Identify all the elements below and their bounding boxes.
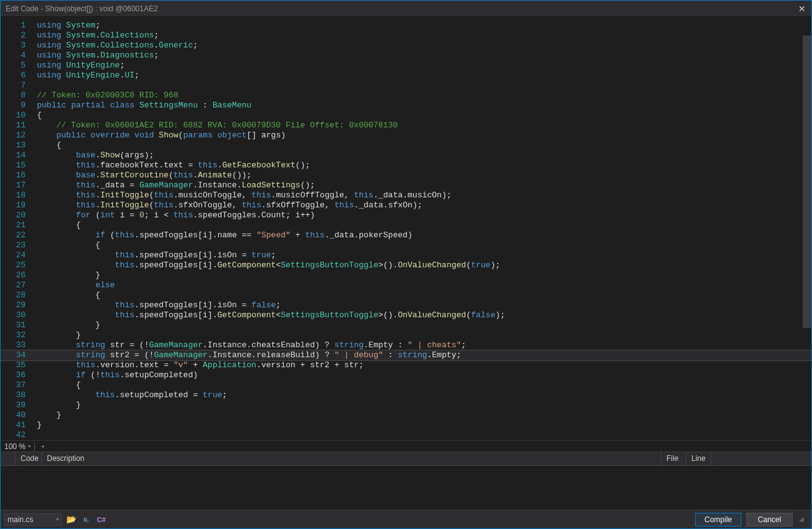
chevron-down-icon[interactable]: ▾ [28,443,31,449]
code-line[interactable]: 9public partial class SettingsMenu : Bas… [1,101,811,111]
line-code[interactable]: { [37,240,811,250]
code-line[interactable]: 21 { [1,220,811,230]
line-code[interactable]: using UnityEngine.UI; [37,71,811,81]
il-icon[interactable]: IL [81,514,92,525]
code-line[interactable]: 23 { [1,240,811,250]
code-line[interactable]: 8// Token: 0x020003C8 RID: 968 [1,91,811,101]
line-code[interactable]: this.version.text = "v" + Application.ve… [37,360,811,370]
line-code[interactable]: if (!this.setupCompleted) [37,370,811,380]
line-code[interactable]: // Token: 0x06001AE2 RID: 6882 RVA: 0x00… [37,121,811,131]
code-editor[interactable]: 1using System;2using System.Collections;… [1,17,811,440]
resize-grip-icon[interactable]: ◢ [799,515,808,524]
code-line[interactable]: 24 this.speedToggles[i].isOn = true; [1,250,811,260]
code-line[interactable]: 26 } [1,270,811,280]
line-code[interactable]: } [37,330,811,340]
code-line[interactable]: 33 string str = (!GameManager.Instance.c… [1,340,811,350]
line-code[interactable]: } [37,270,811,280]
cancel-button[interactable]: Cancel [746,513,793,527]
line-code[interactable]: } [37,410,811,420]
code-line[interactable]: 2using System.Collections; [1,31,811,41]
code-line[interactable]: 37 { [1,380,811,390]
code-line[interactable]: 10{ [1,111,811,121]
col-description[interactable]: Description [42,452,661,465]
code-line[interactable]: 25 this.speedToggles[i].GetComponent<Set… [1,260,811,270]
zoom-level[interactable]: 100 % [4,442,26,451]
code-line[interactable]: 5using UnityEngine; [1,61,811,71]
compile-button[interactable]: Compile [695,513,741,527]
code-line[interactable]: 40 } [1,410,811,420]
vertical-scrollbar[interactable] [803,36,811,328]
code-line[interactable]: 42 [1,430,811,440]
code-line[interactable]: 16 base.StartCoroutine(this.Animate()); [1,171,811,180]
code-line[interactable]: 1using System; [1,21,811,31]
csharp-icon[interactable]: C# [96,514,107,525]
line-code[interactable]: { [37,111,811,121]
code-line[interactable]: 18 this.InitToggle(this.musicOnToggle, t… [1,190,811,200]
code-line[interactable]: 39 } [1,400,811,410]
filename-dropdown[interactable]: main.cs ▾ [4,513,62,526]
code-line[interactable]: 28 { [1,290,811,300]
line-code[interactable]: public override void Show(params object[… [37,131,811,141]
code-line[interactable]: 29 this.speedToggles[i].isOn = false; [1,300,811,310]
titlebar[interactable]: Edit Code - Show(object[]) : void @06001… [1,1,811,17]
open-file-icon[interactable]: 📂 [66,514,77,525]
line-code[interactable]: if (this.speedToggles[i].name == "Speed"… [37,230,811,240]
code-line[interactable]: 22 if (this.speedToggles[i].name == "Spe… [1,230,811,240]
line-code[interactable]: using System; [37,21,811,31]
code-line[interactable]: 3using System.Collections.Generic; [1,41,811,51]
line-code[interactable]: this.setupCompleted = true; [37,390,811,400]
line-code[interactable]: this.InitToggle(this.sfxOnToggle, this.s… [37,200,811,210]
code-line[interactable]: 36 if (!this.setupCompleted) [1,370,811,380]
line-code[interactable]: this.speedToggles[i].isOn = true; [37,250,811,260]
code-line[interactable]: 30 this.speedToggles[i].GetComponent<Set… [1,310,811,320]
col-code[interactable]: Code [16,452,42,465]
code-line[interactable]: 15 this.facebookText.text = this.GetFace… [1,161,811,171]
col-line[interactable]: Line [686,452,711,465]
code-line[interactable]: 7 [1,81,811,91]
code-line[interactable]: 19 this.InitToggle(this.sfxOnToggle, thi… [1,200,811,210]
code-line[interactable]: 11 // Token: 0x06001AE2 RID: 6882 RVA: 0… [1,121,811,131]
code-line[interactable]: 35 this.version.text = "v" + Application… [1,360,811,370]
code-line[interactable]: 41} [1,420,811,430]
line-code[interactable]: { [37,290,811,300]
line-code[interactable] [37,81,811,91]
split-arrow-icon[interactable]: ◂ [41,443,44,449]
code-line[interactable]: 38 this.setupCompleted = true; [1,390,811,400]
line-code[interactable]: string str = (!GameManager.Instance.chea… [37,340,811,350]
line-code[interactable]: this.speedToggles[i].GetComponent<Settin… [37,310,811,320]
code-line[interactable]: 34 string str2 = (!GameManager.Instance.… [1,350,811,360]
error-list-body[interactable] [1,466,811,510]
line-code[interactable]: } [37,320,811,330]
code-line[interactable]: 31 } [1,320,811,330]
col-icon[interactable] [1,452,16,465]
line-code[interactable]: { [37,220,811,230]
line-code[interactable]: using System.Diagnostics; [37,51,811,61]
line-code[interactable]: public partial class SettingsMenu : Base… [37,101,811,111]
code-line[interactable]: 20 for (int i = 0; i < this.speedToggles… [1,210,811,220]
line-code[interactable] [37,430,811,440]
close-icon[interactable]: ✕ [798,4,806,13]
line-code[interactable]: this._data = GameManager.Instance.LoadSe… [37,180,811,190]
code-line[interactable]: 32 } [1,330,811,340]
line-code[interactable]: using UnityEngine; [37,61,811,71]
line-code[interactable]: using System.Collections; [37,31,811,41]
code-line[interactable]: 6using UnityEngine.UI; [1,71,811,81]
line-code[interactable]: this.speedToggles[i].isOn = false; [37,300,811,310]
code-line[interactable]: 14 base.Show(args); [1,151,811,161]
line-code[interactable]: this.facebookText.text = this.GetFaceboo… [37,161,811,171]
line-code[interactable]: // Token: 0x020003C8 RID: 968 [37,91,811,101]
line-code[interactable]: base.Show(args); [37,151,811,161]
col-file[interactable]: File [661,452,686,465]
code-line[interactable]: 13 { [1,141,811,151]
code-line[interactable]: 12 public override void Show(params obje… [1,131,811,141]
line-code[interactable]: this.InitToggle(this.musicOnToggle, this… [37,190,811,200]
line-code[interactable]: } [37,420,811,430]
col-spare[interactable] [711,452,811,465]
line-code[interactable]: this.speedToggles[i].GetComponent<Settin… [37,260,811,270]
code-line[interactable]: 17 this._data = GameManager.Instance.Loa… [1,180,811,190]
line-code[interactable]: string str2 = (!GameManager.Instance.rel… [37,350,811,360]
line-code[interactable]: base.StartCoroutine(this.Animate()); [37,171,811,180]
line-code[interactable]: for (int i = 0; i < this.speedToggles.Co… [37,210,811,220]
line-code[interactable]: using System.Collections.Generic; [37,41,811,51]
line-code[interactable]: else [37,280,811,290]
